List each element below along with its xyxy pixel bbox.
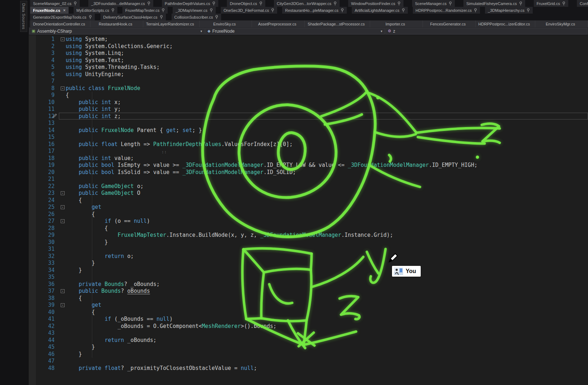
type-dropdown[interactable]: ◆ FruxelNode ▾ bbox=[205, 28, 385, 34]
tab-shaderpackage-stprocessor-cs[interactable]: ShaderPackage...stProcessor.cs bbox=[305, 20, 370, 27]
code-editor[interactable]: 1-using System;2using System.Collections… bbox=[29, 35, 588, 385]
tab-fruxelnode-cs[interactable]: FruxelNode.cs× bbox=[30, 7, 69, 14]
code-line-40[interactable]: 40 { bbox=[29, 309, 588, 316]
code-line-27[interactable]: 27- if (o == null) bbox=[29, 218, 588, 225]
code-line-38[interactable]: 38 { bbox=[29, 295, 588, 302]
data-sources-vertical-tab[interactable]: Data Sources bbox=[20, 1, 27, 32]
code-line-3[interactable]: 3using System.Linq; bbox=[29, 50, 588, 57]
tab-fencesgenerator-cs[interactable]: FencesGenerator.cs bbox=[423, 20, 476, 27]
pin-icon[interactable] bbox=[341, 8, 344, 13]
tab-enviroskymgr-cs[interactable]: EnviroSkyMgr.cs bbox=[535, 20, 588, 27]
code-line-21[interactable]: 21 bbox=[29, 176, 588, 183]
code-line-9[interactable]: 9{ bbox=[29, 92, 588, 99]
tab-scenemanager-cs[interactable]: SceneManager.cs bbox=[412, 0, 455, 7]
pin-icon[interactable] bbox=[333, 1, 337, 6]
tab-generator2exportmaptools-cs[interactable]: Generator2ExportMapTools.cs bbox=[30, 14, 95, 20]
pin-icon[interactable] bbox=[147, 1, 150, 6]
tab-myeditorscripts-cs[interactable]: MyEditorScripts.cs bbox=[74, 7, 117, 14]
code-line-46[interactable]: 46 } bbox=[29, 351, 588, 358]
pin-icon[interactable] bbox=[111, 8, 115, 13]
pin-icon[interactable] bbox=[449, 1, 452, 6]
tab-onesec3d_fileformat-cs[interactable]: OneSec3D_FileFormat.cs bbox=[221, 7, 277, 14]
tab-simulatedfisheyecamera-cs[interactable]: SimulatedFisheyeCamera.cs bbox=[463, 0, 525, 7]
code-line-19[interactable]: 19 public bool IsEmpty => value >= _3DFo… bbox=[29, 162, 588, 169]
pin-icon[interactable] bbox=[474, 8, 477, 13]
code-line-31[interactable]: 31 bbox=[29, 246, 588, 253]
pin-icon[interactable] bbox=[259, 1, 262, 6]
code-line-7[interactable]: 7 bbox=[29, 78, 588, 85]
pin-icon[interactable] bbox=[74, 1, 77, 6]
code-line-4[interactable]: 4using System.Text; bbox=[29, 57, 588, 64]
fold-margin[interactable]: - bbox=[55, 302, 66, 309]
tab-pathfinderdepthvalues-cs[interactable]: PathfinderDepthValues.cs bbox=[162, 0, 218, 7]
tab-restauranthook-cs[interactable]: RestaurantHook.cs bbox=[90, 20, 143, 27]
code-line-15[interactable]: 15 bbox=[29, 134, 588, 141]
code-line-13[interactable]: 13 bbox=[29, 120, 588, 127]
code-line-18[interactable]: 18 public int value; bbox=[29, 155, 588, 162]
fold-toggle-icon[interactable]: - bbox=[61, 37, 65, 41]
tab-collisionsubscriber-cs[interactable]: CollisionSubscriber.cs bbox=[172, 14, 221, 20]
pin-icon[interactable] bbox=[162, 8, 165, 13]
pin-icon[interactable] bbox=[271, 8, 274, 13]
fold-toggle-icon[interactable]: - bbox=[61, 303, 65, 307]
tab-_3dfoundatio-delmanager-cs[interactable]: _3DFoundatio...delManager.cs bbox=[88, 0, 153, 7]
chevron-down-icon[interactable]: ▾ bbox=[198, 29, 204, 33]
code-line-25[interactable]: 25- get bbox=[29, 204, 588, 211]
fold-margin[interactable]: - bbox=[55, 36, 66, 43]
pin-icon[interactable] bbox=[160, 15, 163, 19]
code-line-30[interactable]: 30 } bbox=[29, 239, 588, 246]
chevron-down-icon[interactable]: ▾ bbox=[378, 29, 384, 33]
tab-envirosky-cs[interactable]: EnviroSky.cs bbox=[200, 20, 252, 27]
code-line-48[interactable]: 48 private float? _proximityToClosestObs… bbox=[29, 365, 588, 372]
fold-margin[interactable]: - bbox=[55, 204, 66, 211]
code-line-17[interactable]: 17 bbox=[29, 148, 588, 155]
code-line-37[interactable]: 37- public Bounds? oBounds bbox=[29, 288, 588, 295]
close-icon[interactable]: × bbox=[63, 8, 66, 13]
member-dropdown[interactable]: ⚙ z bbox=[386, 28, 587, 34]
pin-icon[interactable] bbox=[519, 1, 522, 6]
tab-droneorientationcontroller-cs[interactable]: DroneOrientationController.cs bbox=[30, 20, 90, 27]
tab-_3dmaphierarchy-cs[interactable]: _3DMapHierarchy.cs bbox=[485, 7, 533, 14]
code-line-24[interactable]: 24 { bbox=[29, 197, 588, 204]
code-line-35[interactable]: 35 bbox=[29, 274, 588, 281]
code-line-26[interactable]: 26 { bbox=[29, 211, 588, 218]
tab-config-cs[interactable]: Config.cs bbox=[577, 0, 588, 7]
code-line-22[interactable]: 22 public GameObject o; bbox=[29, 183, 588, 190]
code-line-28[interactable]: 28 { bbox=[29, 225, 588, 232]
tab-hdrppostproc-randomizer-cs[interactable]: HDRPPostproc...Randomizer.cs bbox=[413, 7, 480, 14]
pin-icon[interactable] bbox=[527, 8, 530, 13]
code-line-44[interactable]: 44 return _oBounds; bbox=[29, 337, 588, 344]
fold-margin[interactable]: - bbox=[55, 85, 66, 92]
code-line-1[interactable]: 1-using System; bbox=[29, 36, 588, 43]
code-line-41[interactable]: 41 if (_oBounds == null) bbox=[29, 316, 588, 323]
fold-toggle-icon[interactable]: - bbox=[61, 86, 65, 90]
tab-fruxelmaptester-cs[interactable]: FruxelMapTester.cs bbox=[122, 7, 168, 14]
code-line-29[interactable]: 29 FruxelMapTester.Instance.BuildNode(x,… bbox=[29, 232, 588, 239]
tab-restaurantho-plemanager-cs[interactable]: RestaurantHo...pleManager.cs bbox=[282, 7, 347, 14]
code-line-20[interactable]: 20 public bool IsSolid => value == _3DFo… bbox=[29, 169, 588, 176]
code-line-45[interactable]: 45 } bbox=[29, 344, 588, 351]
tab-fruxelgrid-cs[interactable]: FruxelGrid.cs bbox=[534, 0, 568, 7]
code-line-11[interactable]: 11 public int y; bbox=[29, 106, 588, 113]
tab-_3dmapviewer-cs[interactable]: _3DMapViewer.cs bbox=[173, 7, 215, 14]
pin-icon[interactable] bbox=[89, 15, 92, 19]
code-line-34[interactable]: 34 } bbox=[29, 267, 588, 274]
code-line-14[interactable]: 14 public FruxelNode Parent { get; set; … bbox=[29, 127, 588, 134]
fold-toggle-icon[interactable]: - bbox=[61, 219, 65, 223]
tab-terrainlayerrandomizer-cs[interactable]: TerrainLayerRandomizer.cs bbox=[143, 20, 200, 27]
tab-artificiallightsmanager-cs[interactable]: ArtificialLightsManager.cs bbox=[352, 7, 408, 14]
project-dropdown[interactable]: ▣ Assembly-CSharp ▾ bbox=[29, 28, 205, 34]
pin-icon[interactable] bbox=[215, 15, 218, 19]
pin-icon[interactable] bbox=[402, 8, 405, 13]
tab-droneobject-cs[interactable]: DroneObject.cs bbox=[227, 0, 265, 7]
code-line-33[interactable]: 33 } bbox=[29, 260, 588, 267]
code-line-16[interactable]: 16 public float Length => PathfinderDept… bbox=[29, 141, 588, 148]
pin-icon[interactable] bbox=[562, 1, 565, 6]
code-line-47[interactable]: 47 bbox=[29, 358, 588, 365]
tab-citygen3dgen-torwrapper-cs[interactable]: CityGen3DGen...torWrapper.cs bbox=[274, 0, 340, 7]
code-line-42[interactable]: 42 _oBounds = O.GetComponent<MeshRendere… bbox=[29, 323, 588, 330]
tab-windowpositionfinder-cs[interactable]: WindowPositionFinder.cs bbox=[348, 0, 403, 7]
pin-icon[interactable] bbox=[212, 1, 215, 6]
code-line-43[interactable]: 43 bbox=[29, 330, 588, 337]
code-line-2[interactable]: 2using System.Collections.Generic; bbox=[29, 43, 588, 50]
